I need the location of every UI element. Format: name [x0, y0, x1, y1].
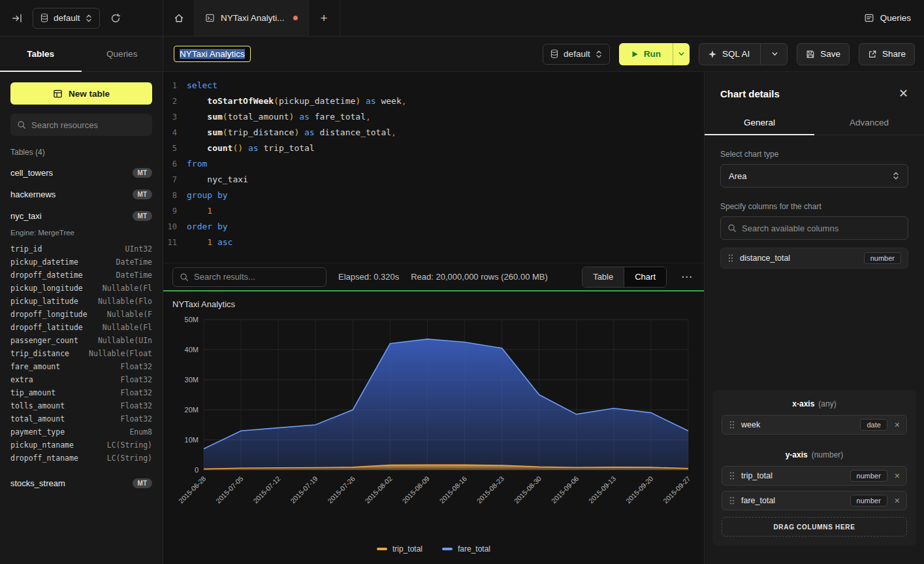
topbar-left: default — [0, 0, 163, 36]
sidebar-table-row[interactable]: stocks_streamMT — [0, 473, 163, 494]
view-chart-button[interactable]: Chart — [624, 267, 666, 287]
column-row: pickup_ntanameLC(String) — [0, 439, 163, 452]
tab-advanced[interactable]: Advanced — [814, 110, 924, 135]
editor-line[interactable]: 10order by — [163, 219, 704, 235]
drag-handle-icon[interactable] — [729, 471, 735, 480]
area-chart[interactable]: 010M20M30M40M50M2015-06-282015-07-052015… — [172, 313, 695, 543]
table-icon — [53, 89, 63, 99]
column-type: Float32 — [121, 375, 152, 384]
drag-handle-icon[interactable] — [729, 496, 735, 505]
drag-handle-icon[interactable] — [727, 254, 734, 263]
editor-line[interactable]: 11 1 asc — [163, 235, 704, 250]
column-type: DateTime — [116, 257, 152, 267]
column-name: trip_id — [10, 244, 125, 254]
chevrons-updown-icon — [595, 50, 603, 59]
center-column: 1select2 toStartOfWeek(pickup_datetime) … — [163, 72, 704, 564]
new-table-button[interactable]: New table — [10, 82, 152, 105]
code-token: pickup_datetime — [279, 96, 355, 106]
editor-line[interactable]: 3 sum(total_amount) as fare_total, — [163, 109, 704, 125]
column-row: dropoff_datetimeDateTime — [0, 269, 163, 282]
editor-line[interactable]: 4 sum(trip_distance) as distance_total, — [163, 125, 704, 141]
query-tab[interactable]: NYTaxi Analyti... — [195, 0, 309, 36]
column-name: tolls_amount — [10, 401, 121, 410]
column-name: passenger_count — [10, 336, 98, 345]
chevrons-updown-icon — [892, 171, 900, 180]
editor-line[interactable]: 8group by — [163, 188, 704, 203]
code-token: 1 — [207, 237, 212, 247]
code-text: toStartOfWeek(pickup_datetime) as week, — [187, 93, 407, 109]
collapse-sidebar-button[interactable] — [8, 9, 26, 27]
editor-line[interactable]: 6from — [163, 156, 704, 172]
remove-column-button[interactable]: × — [895, 420, 900, 429]
x-axis-column-row[interactable]: weekdate× — [722, 415, 907, 435]
sql-editor[interactable]: 1select2 toStartOfWeek(pickup_datetime) … — [163, 72, 704, 263]
editor-line[interactable]: 9 1 — [163, 203, 704, 219]
sidebar-tab-queries[interactable]: Queries — [82, 37, 163, 71]
header-database-selector[interactable]: default — [543, 44, 610, 65]
sql-ai-button[interactable]: SQL AI — [699, 43, 788, 65]
sidebar-search[interactable] — [10, 114, 152, 136]
sidebar-table-row[interactable]: nyc_taxiMT — [0, 205, 163, 227]
view-table-button[interactable]: Table — [582, 267, 624, 287]
sidebar-table-row[interactable]: hackernewsMT — [0, 184, 163, 205]
drag-handle-icon[interactable] — [729, 420, 735, 429]
queries-button[interactable]: Queries — [851, 0, 924, 36]
more-options-button[interactable]: ⋯ — [678, 270, 695, 284]
code-token — [243, 143, 248, 153]
remove-column-button[interactable]: × — [895, 471, 900, 480]
svg-text:2015-07-05: 2015-07-05 — [214, 474, 245, 505]
type-badge: date — [860, 419, 887, 431]
chevron-down-icon[interactable] — [766, 50, 778, 58]
column-name: pickup_ntaname — [10, 440, 107, 450]
code-text: group by — [187, 188, 228, 203]
available-column-row[interactable]: distance_totalnumber — [720, 248, 908, 269]
chart-type-select[interactable]: Area — [720, 164, 908, 188]
sidebar-tabs: Tables Queries — [0, 37, 163, 72]
legend-item[interactable]: trip_total — [377, 544, 422, 554]
close-panel-button[interactable]: ✕ — [899, 88, 908, 99]
results-search[interactable] — [172, 267, 327, 287]
columns-search[interactable] — [720, 216, 908, 240]
code-token — [187, 112, 207, 122]
arrow-to-line-icon — [12, 13, 22, 24]
code-token: 1 — [207, 206, 212, 216]
save-button[interactable]: Save — [797, 43, 850, 65]
code-text: sum(total_amount) as fare_total, — [187, 109, 371, 125]
editor-line[interactable]: 1select — [163, 78, 704, 93]
type-badge: number — [850, 470, 887, 482]
refresh-button[interactable] — [106, 9, 125, 27]
y-axis-column-row[interactable]: fare_totalnumber× — [722, 491, 907, 510]
columns-search-input[interactable] — [742, 224, 901, 233]
code-token: trip_distance — [228, 127, 295, 137]
new-tab-button[interactable]: + — [309, 0, 340, 36]
column-name: pickup_datetime — [10, 257, 116, 267]
query-title-input[interactable]: NYTaxi Analytics — [174, 46, 251, 62]
sidebar-tab-tables[interactable]: Tables — [0, 37, 82, 71]
sidebar-search-input[interactable] — [31, 120, 146, 130]
run-options-button[interactable] — [673, 43, 690, 65]
remove-column-button[interactable]: × — [895, 496, 900, 505]
sql-ai-label: SQL AI — [722, 49, 750, 59]
sidebar-table-row[interactable]: cell_towersMT — [0, 162, 163, 184]
home-tab[interactable] — [163, 0, 195, 36]
share-button[interactable]: Share — [859, 43, 915, 65]
panel-tabs: General Advanced — [705, 110, 924, 135]
tab-general[interactable]: General — [705, 110, 814, 135]
topbar-database-selector[interactable]: default — [33, 8, 100, 29]
column-type: Nullable(Fl — [103, 284, 152, 293]
column-name: trip_distance — [10, 349, 89, 358]
legend-item[interactable]: fare_total — [442, 544, 490, 554]
results-search-input[interactable] — [194, 272, 319, 282]
column-name: pickup_longitude — [10, 284, 103, 293]
column-type: Float32 — [121, 362, 152, 371]
editor-line[interactable]: 7 nyc_taxi — [163, 172, 704, 188]
available-columns-list: distance_totalnumber — [720, 248, 908, 269]
code-token: select — [187, 80, 217, 90]
y-axis-column-row[interactable]: trip_totalnumber× — [722, 466, 907, 486]
editor-line[interactable]: 5 count() as trip_total — [163, 141, 704, 156]
drop-zone[interactable]: DRAG COLUMNS HERE — [722, 517, 907, 537]
search-icon — [17, 120, 26, 129]
query-header: NYTaxi Analytics default — [163, 37, 924, 72]
run-button[interactable]: Run — [619, 43, 673, 65]
editor-line[interactable]: 2 toStartOfWeek(pickup_datetime) as week… — [163, 93, 704, 109]
